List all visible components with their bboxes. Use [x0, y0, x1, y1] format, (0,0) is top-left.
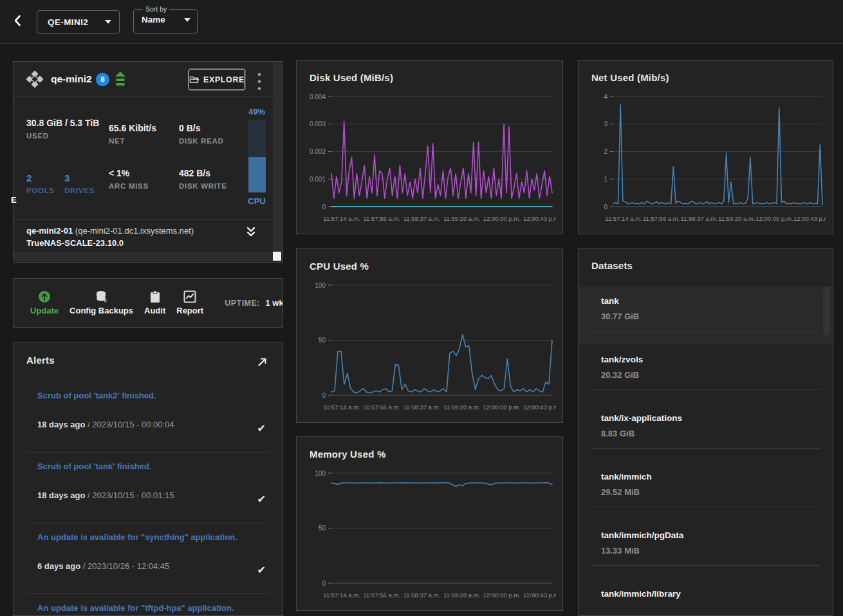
stat-pools[interactable]: 2 POOLS: [26, 171, 55, 194]
disk-used-chart-card: Disk Used (MiB/s) 00.0010.0020.0030.0041…: [296, 60, 563, 234]
alerts-card: Alerts Scrub of pool 'tank2' finished. 1…: [13, 342, 283, 616]
used-value: 30.8 GiB / 5.3 TiB: [26, 117, 104, 130]
dataset-row[interactable]: tank/ix-applications 8.83 GiB: [579, 403, 833, 462]
svg-text:0: 0: [322, 580, 326, 587]
alert-message-link[interactable]: An update is available for "syncthing" a…: [37, 532, 270, 542]
svg-text:11:59:20 a.m.: 11:59:20 a.m.: [718, 215, 755, 222]
memory-chart-title: Memory Used %: [310, 449, 385, 460]
svg-text:11:57:14 a.m.: 11:57:14 a.m.: [323, 215, 360, 222]
svg-text:0.002: 0.002: [310, 148, 326, 155]
datasets-card: Datasets tank 30.77 GiB tank/zvols 20.32…: [578, 248, 833, 616]
dismiss-check-icon[interactable]: ✔: [257, 564, 266, 576]
stat-arc-miss: < 1% ARC MISS: [109, 167, 149, 190]
alert-item: Scrub of pool 'tank2' finished. 18 days …: [14, 382, 283, 453]
report-button[interactable]: Report: [176, 290, 203, 315]
sort-by-dropdown[interactable]: Sort by Name: [133, 5, 198, 33]
svg-text:0: 0: [322, 203, 326, 210]
svg-text:2: 2: [604, 148, 607, 155]
arc-miss-value: < 1%: [109, 167, 149, 180]
alerts-title: Alerts: [26, 355, 55, 366]
platform-icon: [25, 70, 44, 89]
uptime-value: 1 wk, 2 d: [266, 298, 283, 308]
disk-read-value: 0 B/s: [179, 122, 224, 135]
stat-drives[interactable]: 3 DRIVES: [64, 171, 95, 194]
host-selector-value: QE-MINI2: [48, 17, 100, 27]
vertical-scrollbar-thumb[interactable]: [823, 287, 830, 335]
svg-text:c: c: [104, 297, 107, 303]
clipped-text: E: [11, 195, 17, 205]
cpu-bar: [248, 120, 266, 192]
stat-net: 65.6 Kibit/s NET: [109, 122, 156, 145]
svg-text:11:58:37 a.m.: 11:58:37 a.m.: [403, 592, 440, 599]
cpu-bar-fill: [248, 157, 266, 192]
drives-value: 3: [64, 171, 95, 185]
dismiss-check-icon[interactable]: ✔: [257, 493, 266, 505]
svg-text:50: 50: [319, 337, 326, 344]
explore-label: EXPLORE: [203, 75, 245, 84]
host-info-row: qe-mini2-01 (qe-mini2-01.dc1.ixsystems.n…: [14, 219, 272, 249]
svg-text:11:57:56 a.m.: 11:57:56 a.m.: [364, 404, 400, 411]
dataset-row[interactable]: tank/immich/pgData 13.33 MiB: [579, 520, 833, 579]
svg-text:12:00:00 p.m.: 12:00:00 p.m.: [483, 215, 521, 222]
dismiss-check-icon[interactable]: ✔: [257, 422, 266, 434]
dataset-row[interactable]: tank 30.77 GiB: [579, 286, 833, 344]
clipboard-icon: [149, 290, 161, 303]
svg-text:11:59:20 a.m.: 11:59:20 a.m.: [443, 215, 480, 222]
dataset-row[interactable]: tank/zvols 20.32 GiB: [579, 344, 833, 403]
back-button[interactable]: [10, 13, 28, 31]
hostname-line: qe-mini2-01 (qe-mini2-01.dc1.ixsystems.n…: [26, 225, 272, 237]
explore-button[interactable]: EXPLORE: [189, 69, 245, 90]
database-icon: c: [95, 290, 109, 303]
cpu-label: CPU: [247, 196, 266, 206]
dataset-row[interactable]: tank/immich 29.52 MiB: [579, 462, 833, 520]
vertical-scrollbar-track[interactable]: [273, 62, 282, 252]
alert-timestamp: 18 days ago / 2023/10/15 - 00:01:15: [37, 490, 270, 500]
forward-arrow-icon[interactable]: [257, 356, 268, 368]
more-options-menu[interactable]: •••: [254, 70, 264, 93]
alert-timestamp: 6 days ago / 2023/10/26 - 12:04:45: [37, 561, 270, 571]
arc-miss-label: ARC MISS: [109, 182, 149, 190]
alert-message-link[interactable]: Scrub of pool 'tank' finished.: [37, 462, 270, 471]
alert-message-link[interactable]: An update is available for "tftpd-hpa" a…: [37, 603, 270, 613]
disk-chart-title: Disk Used (MiB/s): [310, 72, 393, 83]
update-button[interactable]: Update: [30, 290, 59, 315]
cpu-percent: 49%: [247, 107, 266, 117]
stat-used: 30.8 GiB / 5.3 TiB USED: [26, 117, 104, 140]
svg-text:11:59:20 a.m.: 11:59:20 a.m.: [443, 592, 480, 599]
host-selector-dropdown[interactable]: QE-MINI2: [37, 10, 120, 33]
alert-count-badge[interactable]: 8: [96, 73, 109, 86]
alert-item: Scrub of pool 'tank' finished. 18 days a…: [14, 453, 283, 523]
chart-icon: [183, 290, 196, 303]
svg-text:11:57:56 a.m.: 11:57:56 a.m.: [364, 215, 400, 222]
alert-timestamp: 18 days ago / 2023/10/15 - 00:00:04: [37, 420, 270, 429]
disk-write-label: DISK WRITE: [179, 182, 227, 190]
uptime-label: UPTIME:: [225, 299, 260, 308]
dataset-row[interactable]: tank/immich/library: [579, 579, 833, 616]
chevron-down-icon: [105, 20, 111, 24]
expand-double-chevron-icon[interactable]: [245, 226, 257, 239]
svg-text:12:00:43 p.m.: 12:00:43 p.m.: [523, 215, 556, 222]
used-label: USED: [26, 132, 104, 140]
pools-label: POOLS: [26, 187, 55, 194]
svg-text:11:57:56 a.m.: 11:57:56 a.m.: [643, 215, 680, 222]
svg-text:0.001: 0.001: [310, 176, 326, 183]
chevron-down-icon: [184, 18, 190, 22]
divider: [591, 389, 820, 390]
audit-label: Audit: [144, 306, 165, 315]
alert-item: An update is available for "syncthing" a…: [14, 523, 283, 594]
os-version: TrueNAS-SCALE-23.10.0: [26, 237, 272, 249]
scrollbar-thumb[interactable]: [273, 252, 281, 261]
horizontal-scrollbar-track[interactable]: [14, 252, 273, 261]
svg-text:0: 0: [322, 392, 326, 399]
chevron-left-icon: [10, 13, 26, 28]
datasets-title: Datasets: [591, 260, 633, 271]
audit-button[interactable]: Audit: [144, 290, 165, 315]
drives-label: DRIVES: [64, 187, 95, 194]
disk-read-label: DISK READ: [179, 137, 224, 145]
svg-text:0: 0: [604, 203, 607, 210]
stat-disk-read: 0 B/s DISK READ: [179, 122, 224, 145]
cpu-used-chart: 05010011:57:14 a.m.11:57:56 a.m.11:58:37…: [303, 277, 556, 417]
config-backups-button[interactable]: c Config Backups: [69, 290, 133, 315]
uptime: UPTIME: 1 wk, 2 d: [225, 298, 283, 308]
alert-message-link[interactable]: Scrub of pool 'tank2' finished.: [37, 391, 270, 400]
